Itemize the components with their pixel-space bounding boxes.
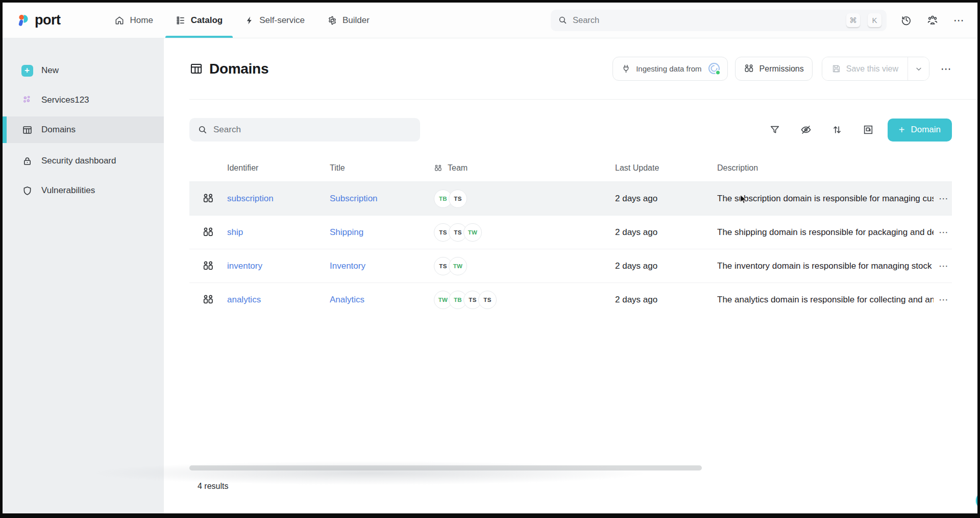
sidebar-item-label: Domains (41, 125, 76, 135)
domains-table: Identifier Title Team Last Update Descri… (189, 155, 952, 316)
nav-item-builder[interactable]: Builder (316, 3, 381, 38)
history-icon[interactable] (899, 13, 913, 28)
nav-item-catalog[interactable]: Catalog (164, 3, 234, 38)
avatar[interactable]: TS (449, 190, 467, 208)
chevron-down-icon (915, 65, 923, 73)
top-bar: port Home Catalog Self-service (3, 3, 977, 38)
row-menu-button[interactable]: ⋯ (939, 193, 949, 204)
row-menu-button[interactable]: ⋯ (939, 260, 949, 272)
last-update-cell: 2 days ago (615, 295, 717, 305)
description-cell: The subscription domain is responsible f… (717, 194, 934, 204)
global-search-input[interactable] (573, 15, 839, 25)
page-more-button[interactable]: ⋯ (941, 63, 952, 75)
sidebar-item-vulnerabilities[interactable]: Vulnerabilities (3, 179, 164, 202)
logo-wordmark: port (35, 12, 60, 28)
avatar[interactable]: TW (463, 223, 482, 242)
table-search[interactable] (189, 118, 420, 142)
nav-label: Catalog (191, 15, 223, 26)
cmd-key-badge: ⌘ (846, 13, 860, 27)
permissions-button[interactable]: Permissions (735, 57, 813, 81)
row-menu-button[interactable]: ⋯ (939, 294, 949, 305)
sidebar-item-services123[interactable]: Services123 (3, 88, 164, 112)
table-tools (769, 124, 874, 136)
column-header-team[interactable]: Team (434, 163, 615, 173)
identifier-link[interactable]: analytics (227, 295, 261, 304)
topbar-right: ⌘ K ⋯ (551, 10, 966, 31)
identifier-link[interactable]: inventory (227, 261, 262, 271)
avatar[interactable]: TS (478, 291, 497, 309)
filter-icon[interactable] (769, 124, 781, 136)
nav-label: Home (130, 15, 153, 26)
search-icon (558, 15, 568, 25)
services-cluster-icon (21, 95, 33, 106)
shield-icon (21, 185, 33, 196)
title-link[interactable]: Analytics (330, 295, 364, 304)
sidebar-item-label: New (41, 65, 59, 76)
identifier-link[interactable]: subscription (227, 194, 274, 203)
topbar-more-icon[interactable]: ⋯ (952, 13, 966, 28)
title-link[interactable]: Inventory (330, 261, 365, 271)
gear-icon (327, 15, 337, 26)
sidebar-item-security-dashboard[interactable]: Security dashboard (3, 149, 164, 173)
k-key-badge: K (868, 13, 881, 27)
nav-label: Self-service (259, 15, 305, 26)
team-avatars: TS TS TW (434, 223, 615, 242)
lightning-icon (245, 16, 254, 25)
last-update-cell: 2 days ago (615, 227, 717, 238)
port-logo-icon (16, 13, 31, 28)
column-header-description[interactable]: Description (717, 163, 934, 173)
team-avatars: TW TB TS TS (434, 291, 615, 309)
description-cell: The analytics domain is responsible for … (717, 295, 934, 305)
plus-tile-icon: + (21, 65, 33, 77)
page-header: Domains Ingesting data from (164, 38, 977, 99)
team-avatars: TB TS (434, 190, 615, 208)
ocean-integration-badge (707, 61, 722, 77)
horizontal-scrollbar[interactable] (189, 465, 702, 470)
table-row[interactable]: inventory Inventory TS TW 2 days ago The… (189, 249, 952, 282)
sidebar-item-new[interactable]: + New (3, 59, 164, 82)
save-view-dropdown-button[interactable] (908, 57, 929, 80)
table-row[interactable]: analytics Analytics TW TB TS TS 2 days a… (189, 282, 952, 316)
nav-item-home[interactable]: Home (103, 3, 164, 38)
hide-properties-icon[interactable] (800, 124, 812, 136)
main-content: Domains Ingesting data from (164, 38, 977, 513)
ingesting-data-button[interactable]: Ingesting data from (612, 57, 727, 81)
port-logo[interactable]: port (16, 12, 60, 28)
org-users-icon[interactable] (925, 13, 940, 28)
avatar[interactable]: TW (449, 257, 467, 275)
table-row[interactable]: subscription Subscription TB TS 2 days a… (189, 181, 952, 215)
table-header-row: Identifier Title Team Last Update Descri… (189, 155, 952, 181)
table-toolbar: + Domain (164, 118, 977, 142)
table-grid-icon (189, 62, 203, 76)
row-menu-button[interactable]: ⋯ (939, 226, 949, 238)
save-view-button[interactable]: Save this view (822, 57, 908, 80)
save-view-button-group: Save this view (822, 57, 929, 81)
save-icon (831, 64, 841, 74)
sidebar-item-domains[interactable]: Domains (3, 116, 164, 143)
blueprint-icon (189, 260, 227, 272)
column-header-last-update[interactable]: Last Update (615, 163, 717, 173)
primary-nav: Home Catalog Self-service Builder (103, 3, 380, 38)
title-link[interactable]: Subscription (330, 194, 378, 203)
plug-icon (621, 64, 631, 74)
column-header-identifier[interactable]: Identifier (227, 163, 330, 173)
sidebar: + New Services123 Domains Security dashb… (3, 38, 164, 513)
nav-item-self-service[interactable]: Self-service (234, 3, 316, 38)
table-row[interactable]: ship Shipping TS TS TW 2 days ago The sh… (189, 215, 952, 249)
table-search-input[interactable] (213, 125, 412, 135)
results-count: 4 results (198, 482, 228, 491)
page-title: Domains (189, 61, 268, 77)
page-actions: Ingesting data from Permissions (612, 57, 952, 81)
users-icon (744, 63, 754, 74)
identifier-link[interactable]: ship (227, 227, 243, 237)
global-search[interactable]: ⌘ K (551, 10, 887, 31)
sidebar-item-label: Security dashboard (41, 156, 116, 166)
column-header-title[interactable]: Title (330, 163, 434, 173)
title-link[interactable]: Shipping (330, 227, 363, 237)
sort-icon[interactable] (831, 124, 843, 136)
add-domain-button[interactable]: + Domain (888, 119, 952, 142)
sidebar-item-label: Services123 (41, 95, 89, 105)
description-cell: The inventory domain is responsible for … (717, 261, 934, 271)
group-by-icon[interactable] (862, 124, 874, 136)
table-grid-icon (21, 125, 33, 135)
